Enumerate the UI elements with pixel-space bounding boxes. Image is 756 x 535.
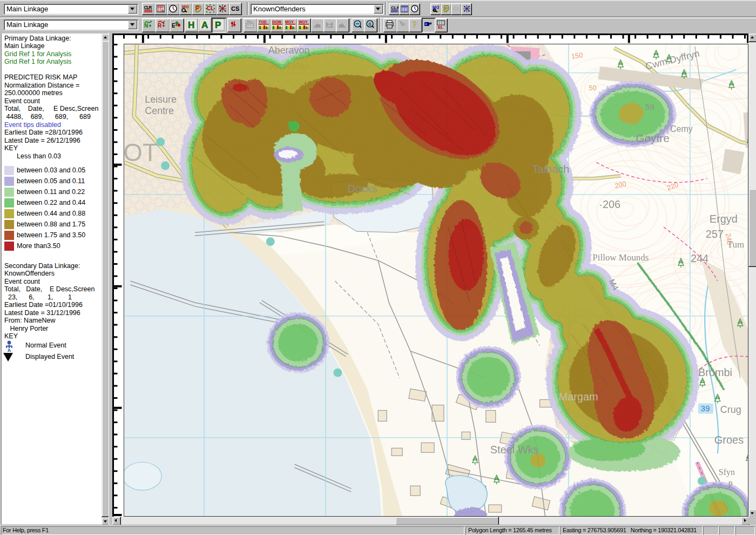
svg-text:R: R: [158, 23, 162, 29]
svg-text:p: p: [728, 478, 733, 488]
svg-text:Margam: Margam: [558, 391, 598, 403]
svg-text:Steel Wks: Steel Wks: [490, 444, 539, 456]
svg-text:CS: CS: [231, 5, 239, 12]
svg-text:Groes: Groes: [714, 434, 744, 446]
svg-text:MO: MO: [433, 5, 439, 10]
svg-text:MOY: MOY: [285, 20, 294, 24]
svg-text:·206: ·206: [599, 198, 620, 210]
svg-text:257: 257: [706, 228, 724, 240]
svg-text:CLR: CLR: [144, 5, 152, 10]
svg-text:A: A: [201, 20, 208, 30]
svg-text:N: N: [144, 23, 148, 29]
svg-text:DOW: DOW: [272, 20, 282, 24]
svg-text:59: 59: [645, 102, 654, 111]
svg-text:EL: EL: [438, 25, 443, 29]
svg-text:+: +: [148, 23, 152, 29]
svg-text:Goytre: Goytre: [636, 132, 670, 144]
svg-text:CL: CL: [454, 6, 460, 11]
svg-text:Brombi: Brombi: [698, 366, 732, 378]
svg-text:WOY: WOY: [299, 20, 308, 24]
svg-text:OT: OT: [124, 139, 158, 167]
svg-text:Centre: Centre: [145, 105, 174, 116]
svg-text:Docks: Docks: [347, 183, 377, 195]
svg-text:39: 39: [701, 404, 710, 413]
svg-text:P: P: [215, 20, 221, 30]
svg-text:150: 150: [571, 51, 584, 61]
svg-text:P: P: [196, 5, 200, 11]
svg-text:Tum: Tum: [727, 239, 744, 250]
svg-text:P: P: [445, 6, 448, 11]
svg-text:?: ?: [402, 22, 406, 28]
svg-text:Leisure: Leisure: [145, 94, 177, 105]
svg-text:?: ?: [413, 20, 417, 29]
svg-text:244: 244: [691, 252, 708, 264]
svg-text:TOD: TOD: [259, 20, 267, 24]
svg-text:Sfyn: Sfyn: [719, 467, 735, 477]
svg-text:H: H: [188, 20, 194, 30]
svg-text:Aberavon: Aberavon: [268, 45, 310, 56]
svg-text:50: 50: [589, 84, 596, 92]
svg-text:0: 0: [368, 22, 371, 27]
svg-text:Taibach: Taibach: [532, 163, 570, 175]
svg-text:Cemy: Cemy: [670, 124, 693, 133]
svg-text:Pillow Mounds: Pillow Mounds: [592, 252, 649, 263]
svg-text:Ergyd: Ergyd: [710, 213, 738, 225]
svg-text:CLR: CLR: [391, 5, 399, 10]
svg-text:CL: CL: [207, 5, 214, 11]
svg-text:Crug: Crug: [720, 404, 741, 415]
